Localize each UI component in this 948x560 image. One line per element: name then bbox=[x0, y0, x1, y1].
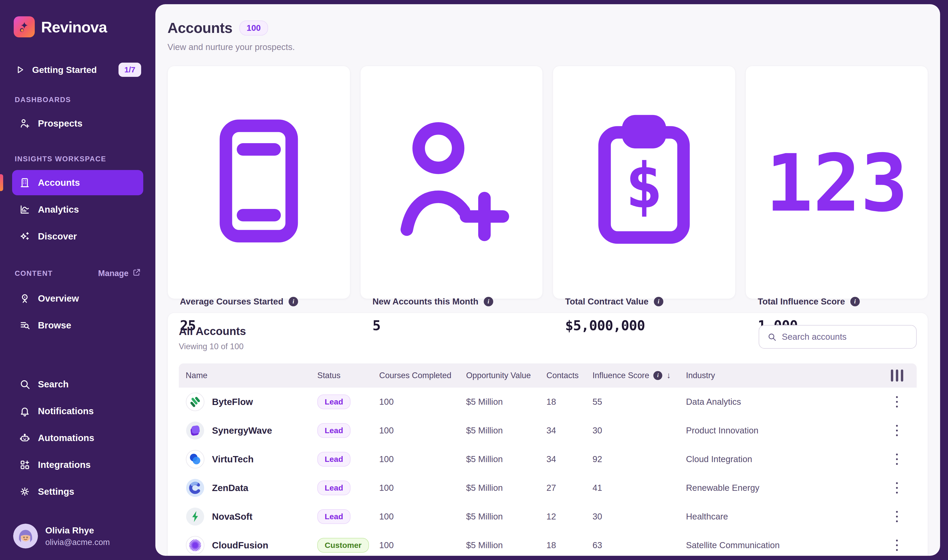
opportunity-value: $5 Million bbox=[466, 540, 546, 550]
table-title: All Accounts bbox=[179, 325, 246, 338]
account-name-cell: ByteFlow bbox=[186, 392, 317, 411]
row-menu-button[interactable] bbox=[884, 536, 910, 555]
svg-text:$: $ bbox=[625, 149, 663, 222]
info-icon[interactable] bbox=[653, 371, 662, 380]
user-add-icon bbox=[373, 281, 530, 285]
search-icon bbox=[19, 378, 31, 390]
user-name: Olivia Rhye bbox=[45, 525, 110, 535]
blocks-plus-icon bbox=[19, 459, 31, 471]
cloudfusion-logo-icon bbox=[186, 536, 205, 555]
getting-started-badge: 1/7 bbox=[119, 63, 141, 77]
industry: Renewable Energy bbox=[686, 483, 884, 493]
sparkles-icon bbox=[19, 231, 31, 242]
sidebar-item-label: Integrations bbox=[38, 460, 91, 470]
stat-value: 5 bbox=[373, 318, 530, 334]
table-row[interactable]: ByteFlowLead100$5 Million1855Data Analyt… bbox=[179, 388, 917, 416]
contacts: 12 bbox=[546, 512, 592, 522]
table-row[interactable]: ZenDataLead100$5 Million2741Renewable En… bbox=[179, 474, 917, 502]
industry: Product Innovation bbox=[686, 426, 884, 435]
table-row[interactable]: SynergyWaveLead100$5 Million3430Product … bbox=[179, 416, 917, 445]
opportunity-value: $5 Million bbox=[466, 426, 546, 435]
brand-name: Revinova bbox=[41, 18, 107, 36]
page-subtitle: View and nurture your prospects. bbox=[168, 42, 928, 52]
info-icon[interactable] bbox=[850, 297, 860, 306]
sidebar-item-discover[interactable]: Discover bbox=[12, 224, 143, 249]
avatar bbox=[13, 524, 38, 548]
gear-icon bbox=[19, 486, 31, 497]
contacts: 18 bbox=[546, 397, 592, 407]
user-profile[interactable]: Olivia Rhye olivia@acme.com bbox=[13, 524, 142, 548]
courses-completed: 100 bbox=[379, 397, 466, 407]
industry: Healthcare bbox=[686, 512, 884, 522]
sidebar-item-automations[interactable]: Automations bbox=[12, 425, 143, 451]
row-menu-button[interactable] bbox=[884, 450, 910, 469]
influence-score: 92 bbox=[592, 454, 686, 464]
courses-completed: 100 bbox=[379, 512, 466, 522]
synergywave-logo-icon bbox=[186, 421, 205, 440]
manage-link[interactable]: Manage bbox=[98, 268, 141, 279]
courses-completed: 100 bbox=[379, 540, 466, 550]
column-header-opportunity[interactable]: Opportunity Value bbox=[466, 371, 546, 380]
row-menu-button[interactable] bbox=[884, 478, 910, 497]
columns-icon[interactable] bbox=[884, 369, 910, 382]
sort-desc-icon[interactable]: ↓ bbox=[666, 371, 671, 380]
stat-card-new-accounts: New Accounts this Month 5 bbox=[360, 66, 543, 299]
opportunity-value: $5 Million bbox=[466, 483, 546, 493]
sidebar-item-notifications[interactable]: Notifications bbox=[12, 398, 143, 424]
brand-logo: Revinova bbox=[14, 16, 142, 37]
account-name: NovaSoft bbox=[212, 511, 253, 522]
sidebar-item-accounts[interactable]: Accounts bbox=[12, 170, 143, 195]
table-row[interactable]: CloudFusionCustomer100$5 Million1863Sate… bbox=[179, 531, 917, 556]
table-row[interactable]: NovaSoftLead100$5 Million1230Healthcare bbox=[179, 502, 917, 531]
row-menu-button[interactable] bbox=[884, 392, 910, 411]
account-name-cell: VirtuTech bbox=[186, 450, 317, 469]
column-header-name[interactable]: Name bbox=[186, 371, 317, 380]
stat-label: Total Influence Score bbox=[758, 297, 845, 306]
sidebar-item-browse[interactable]: Browse bbox=[12, 312, 143, 338]
search-icon bbox=[767, 332, 777, 342]
sidebar-item-settings[interactable]: Settings bbox=[12, 479, 143, 504]
status-badge: Lead bbox=[317, 452, 350, 466]
search-accounts-input[interactable] bbox=[782, 332, 908, 342]
sidebar-item-integrations[interactable]: Integrations bbox=[12, 452, 143, 477]
sidebar-item-overview[interactable]: Overview bbox=[12, 286, 143, 311]
status-badge: Customer bbox=[317, 538, 369, 552]
sidebar-item-search[interactable]: Search bbox=[12, 372, 143, 397]
row-menu-button[interactable] bbox=[884, 507, 910, 526]
column-header-influence[interactable]: Influence Score ↓ bbox=[592, 371, 686, 380]
accounts-table-card: All Accounts Viewing 10 of 100 Name Stat… bbox=[168, 312, 928, 556]
opportunity-value: $5 Million bbox=[466, 397, 546, 407]
account-name: ByteFlow bbox=[212, 397, 253, 407]
search-accounts-box[interactable] bbox=[758, 325, 917, 349]
info-icon[interactable] bbox=[288, 297, 298, 306]
account-name: ZenData bbox=[212, 483, 248, 493]
influence-score: 55 bbox=[592, 397, 686, 407]
info-icon[interactable] bbox=[484, 297, 493, 306]
chart-icon bbox=[19, 204, 31, 215]
contacts: 34 bbox=[546, 454, 592, 464]
stat-card-courses: Average Courses Started 25 bbox=[168, 66, 350, 299]
column-header-courses[interactable]: Courses Completed bbox=[379, 371, 466, 380]
column-header-industry[interactable]: Industry bbox=[686, 371, 884, 380]
status-badge: Lead bbox=[317, 509, 350, 524]
account-name: CloudFusion bbox=[212, 540, 268, 551]
account-name: SynergyWave bbox=[212, 425, 272, 436]
stat-label: New Accounts this Month bbox=[373, 297, 478, 306]
table-header-row: Name Status Courses Completed Opportunit… bbox=[179, 363, 917, 388]
influence-score: 63 bbox=[592, 540, 686, 550]
contract-icon: $ bbox=[565, 281, 723, 285]
sidebar-item-analytics[interactable]: Analytics bbox=[12, 197, 143, 222]
external-link-icon bbox=[132, 268, 141, 279]
info-icon[interactable] bbox=[654, 297, 663, 306]
page-title: Accounts bbox=[168, 20, 233, 36]
row-menu-button[interactable] bbox=[884, 421, 910, 440]
byteflow-logo-icon bbox=[186, 392, 205, 411]
column-header-status[interactable]: Status bbox=[317, 371, 379, 380]
table-row[interactable]: VirtuTechLead100$5 Million3492Cloud Inte… bbox=[179, 445, 917, 474]
user-email: olivia@acme.com bbox=[45, 538, 110, 547]
zendata-logo-icon bbox=[186, 478, 205, 497]
book-icon bbox=[180, 281, 338, 285]
column-header-contacts[interactable]: Contacts bbox=[546, 371, 592, 380]
getting-started-item[interactable]: Getting Started 1/7 bbox=[15, 63, 141, 77]
sidebar-item-prospects[interactable]: Prospects bbox=[12, 111, 143, 136]
